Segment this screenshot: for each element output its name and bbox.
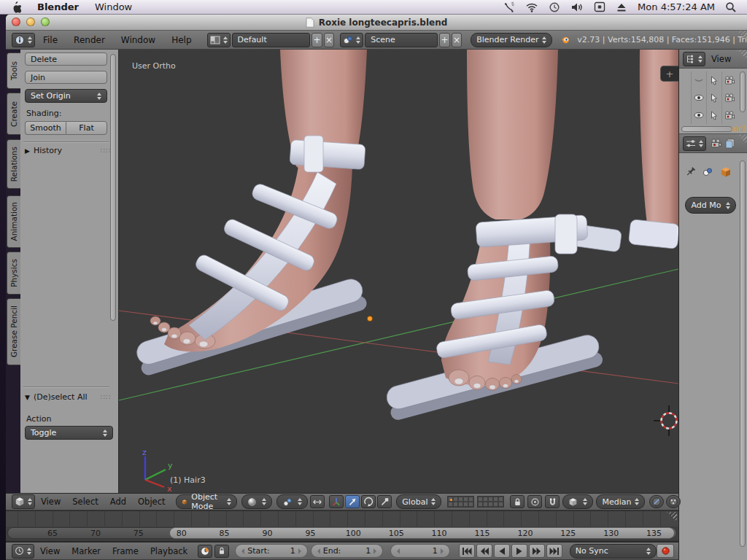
operator-panel-header[interactable]: ▼ (De)select All ∷∷ (25, 392, 111, 402)
viewport-shading-dropdown[interactable] (241, 494, 272, 509)
editor-type-button-info[interactable] (12, 33, 35, 47)
editor-type-button-3dview[interactable] (12, 494, 35, 509)
menu-window[interactable]: Window (121, 35, 155, 45)
editor-type-button-outliner[interactable] (683, 52, 705, 66)
manipulator-toggle-button[interactable] (310, 495, 325, 508)
layer-cell[interactable] (463, 497, 468, 502)
snap-element-dropdown[interactable] (562, 494, 593, 509)
scrollbar-handle[interactable] (169, 527, 675, 539)
hide-toggle[interactable] (691, 71, 706, 89)
menu-object[interactable]: Object (138, 497, 165, 507)
proportional-edit-button[interactable] (527, 495, 542, 508)
play-button[interactable] (511, 544, 527, 558)
breadcrumb-object-icon[interactable] (720, 166, 732, 178)
viewport-canvas[interactable]: z y x User Ortho (1) Hair3 + (119, 50, 678, 493)
outliner-vertical-scrollbar[interactable] (740, 71, 746, 112)
area-corner-grip[interactable] (667, 512, 677, 522)
menu-view[interactable]: View (40, 546, 60, 556)
end-frame-field[interactable]: End: 1 (311, 544, 383, 558)
spotlight-icon[interactable] (725, 1, 737, 13)
timeline-canvas[interactable] (6, 510, 678, 526)
tool-tab-physics[interactable]: Physics (7, 252, 20, 295)
manipulator-axes-button[interactable] (329, 495, 344, 508)
wifi-icon[interactable] (525, 2, 538, 12)
layer-cell[interactable] (468, 497, 473, 502)
render-toggle[interactable] (721, 71, 737, 89)
outliner-row[interactable] (679, 106, 747, 124)
time-machine-icon[interactable] (549, 1, 560, 13)
outliner-row[interactable] (679, 71, 747, 89)
history-panel-header[interactable]: ▶ History ∷∷ (25, 146, 111, 155)
add-scene-button[interactable]: + (439, 33, 449, 47)
sync-mode-dropdown[interactable]: No Sync (570, 544, 657, 559)
hide-toggle[interactable] (691, 106, 706, 124)
menu-file[interactable]: File (43, 35, 58, 45)
lock-range-button[interactable] (214, 545, 229, 558)
panel-grip[interactable]: ∷∷ (100, 393, 111, 401)
pivot-point-dropdown[interactable] (276, 494, 308, 509)
tool-tab-tools[interactable]: Tools (7, 52, 20, 89)
selectable-toggle[interactable] (706, 106, 721, 124)
selected-object-name[interactable]: air3 (731, 124, 746, 133)
hide-toggle[interactable] (691, 89, 706, 106)
menu-marker[interactable]: Marker (71, 546, 101, 556)
render-toggle[interactable] (721, 89, 737, 106)
outliner-view-menu[interactable]: View (711, 54, 731, 64)
mode-dropdown[interactable]: Object Mode (176, 494, 238, 509)
menu-playback[interactable]: Playback (150, 546, 187, 556)
eject-icon[interactable] (616, 2, 627, 12)
layer-cell[interactable] (453, 497, 458, 502)
open-properties-region-tab[interactable]: + (660, 66, 678, 82)
render-toggle[interactable] (721, 106, 737, 124)
shade-smooth-button[interactable]: Smooth (25, 121, 66, 135)
tool-tab-create[interactable]: Create (7, 93, 20, 135)
menu-frame[interactable]: Frame (112, 546, 139, 556)
properties-scrollbar[interactable] (740, 160, 746, 547)
transform-orientation-dropdown[interactable]: Global (396, 494, 441, 509)
editor-type-button-timeline[interactable] (12, 544, 34, 559)
tool-tab-grease-pencil[interactable]: Grease Pencil (7, 298, 20, 365)
menu-view[interactable]: View (41, 497, 61, 507)
tab-render-layers[interactable] (725, 139, 735, 149)
menu-select[interactable]: Select (72, 497, 98, 507)
menu-add[interactable]: Add (110, 497, 126, 507)
outliner-horizontal-scrollbar[interactable] (681, 126, 732, 132)
layer-cell[interactable] (478, 497, 483, 502)
delete-scene-button[interactable]: × (452, 33, 462, 47)
menubar-clock[interactable]: Mon 4:57:24 AM (638, 1, 715, 12)
layer-cell[interactable] (468, 502, 473, 507)
shade-flat-button[interactable]: Flat (66, 121, 107, 135)
volume-icon[interactable] (570, 2, 584, 12)
layer-cell[interactable] (458, 497, 463, 502)
screen-layout-field[interactable]: Default (232, 33, 311, 47)
area-corner-grip[interactable] (679, 549, 689, 559)
layers-grid-1[interactable] (447, 496, 474, 508)
layer-cell[interactable] (448, 497, 453, 502)
start-frame-field[interactable]: Start: 1 (235, 544, 307, 558)
play-reverse-button[interactable] (494, 544, 510, 558)
scene-field[interactable]: Scene (365, 33, 438, 47)
join-button[interactable]: Join (25, 71, 107, 84)
snap-target-dropdown[interactable]: Median (596, 494, 645, 509)
layer-cell[interactable] (498, 502, 503, 507)
screen-layout-browse-button[interactable] (207, 33, 231, 47)
tab-render[interactable] (711, 139, 721, 148)
previous-keyframe-button[interactable] (476, 544, 492, 558)
snap-toggle-button[interactable] (545, 495, 560, 508)
layer-cell[interactable] (488, 497, 493, 502)
set-origin-dropdown[interactable]: Set Origin (25, 89, 107, 103)
outliner-row[interactable] (679, 89, 747, 106)
timeline-frame-scrollbar[interactable]: 65707580859095100105110115120125130135 (6, 526, 678, 540)
area-corner-grip[interactable] (737, 50, 747, 60)
window-titlebar[interactable]: Roxie longteecapris.blend (6, 15, 747, 31)
add-modifier-dropdown[interactable]: Add Mo (685, 197, 736, 214)
next-keyframe-button[interactable] (529, 544, 545, 558)
scale-manipulator-button[interactable] (377, 495, 392, 508)
auto-keyframe-record-button[interactable] (657, 544, 674, 558)
selectable-toggle[interactable] (706, 89, 721, 106)
layer-cell[interactable] (483, 497, 488, 502)
menubar-app-menu[interactable]: Blender (37, 1, 79, 12)
menu-help[interactable]: Help (171, 35, 191, 45)
tool-tab-relations[interactable]: Relations (7, 139, 20, 189)
layer-cell[interactable] (498, 497, 503, 502)
